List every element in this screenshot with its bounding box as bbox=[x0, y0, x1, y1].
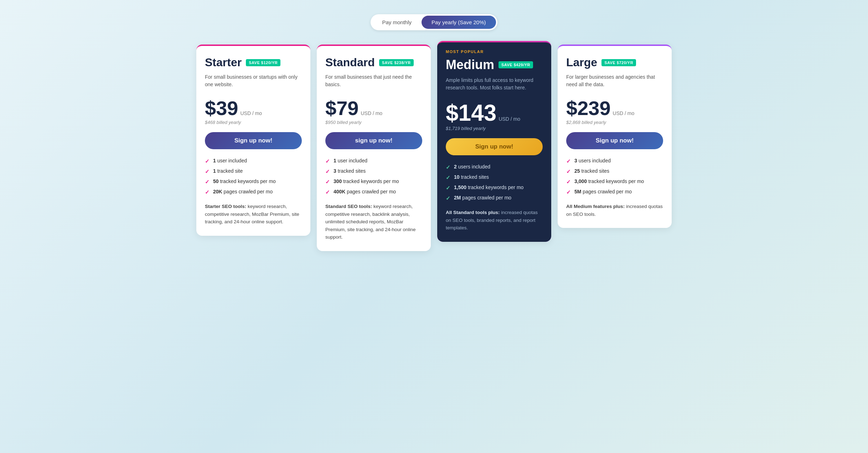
signup-button-large[interactable]: Sign up now! bbox=[566, 132, 663, 149]
price-amount: $239 bbox=[566, 98, 611, 118]
features-list-large: ✓ 3 users included ✓ 25 tracked sites ✓ … bbox=[566, 158, 663, 196]
plan-description: Ample limits plus full access to keyword… bbox=[446, 77, 543, 94]
check-icon: ✓ bbox=[205, 158, 210, 165]
plan-header: Standard SAVE $238/YR bbox=[325, 56, 422, 69]
price-amount: $39 bbox=[205, 98, 238, 118]
feature-item: ✓ 1 user included bbox=[205, 158, 302, 165]
price-row: $79 USD / mo bbox=[325, 98, 422, 118]
check-icon: ✓ bbox=[566, 168, 571, 175]
feature-item: ✓ 2 users included bbox=[446, 164, 543, 171]
feature-text: 50 tracked keywords per mo bbox=[213, 178, 276, 184]
plan-description: For small businesses that just need the … bbox=[325, 73, 422, 91]
plan-card-medium: MOST POPULAR Medium SAVE $429/YR Ample l… bbox=[437, 41, 551, 242]
tools-description-large: All Medium features plus: increased quot… bbox=[566, 203, 663, 218]
check-icon: ✓ bbox=[566, 179, 571, 185]
billed-yearly: $1,719 billed yearly bbox=[446, 126, 543, 131]
feature-item: ✓ 3 tracked sites bbox=[325, 168, 422, 175]
price-row: $239 USD / mo bbox=[566, 98, 663, 118]
check-icon: ✓ bbox=[446, 185, 450, 191]
tools-label: Standard SEO tools: bbox=[325, 204, 372, 209]
plan-header: Large SAVE $720/YR bbox=[566, 56, 663, 69]
signup-button-medium[interactable]: Sign up now! bbox=[446, 138, 543, 155]
save-badge: SAVE $429/YR bbox=[498, 61, 533, 68]
check-icon: ✓ bbox=[325, 189, 330, 196]
save-badge: SAVE $238/YR bbox=[379, 59, 414, 66]
billed-yearly: $468 billed yearly bbox=[205, 120, 302, 125]
feature-item: ✓ 25 tracked sites bbox=[566, 168, 663, 175]
billing-toggle: Pay monthly Pay yearly (Save 20%) bbox=[7, 14, 861, 30]
feature-text: 2M pages crawled per mo bbox=[454, 195, 511, 201]
price-unit: USD / mo bbox=[613, 110, 635, 116]
feature-text: 5M pages crawled per mo bbox=[574, 189, 632, 194]
billed-yearly: $950 billed yearly bbox=[325, 120, 422, 125]
plan-name: Standard bbox=[325, 56, 375, 69]
feature-item: ✓ 1 user included bbox=[325, 158, 422, 165]
check-icon: ✓ bbox=[446, 175, 450, 181]
features-list-medium: ✓ 2 users included ✓ 10 tracked sites ✓ … bbox=[446, 164, 543, 202]
toggle-container: Pay monthly Pay yearly (Save 20%) bbox=[371, 14, 497, 30]
feature-text: 3 tracked sites bbox=[334, 168, 366, 174]
feature-text: 20K pages crawled per mo bbox=[213, 189, 273, 194]
monthly-toggle-btn[interactable]: Pay monthly bbox=[372, 16, 422, 29]
features-list-starter: ✓ 1 user included ✓ 1 tracked site ✓ 50 … bbox=[205, 158, 302, 196]
price-unit: USD / mo bbox=[240, 110, 262, 116]
check-icon: ✓ bbox=[446, 195, 450, 202]
plan-header: Medium SAVE $429/YR bbox=[446, 57, 543, 72]
check-icon: ✓ bbox=[566, 189, 571, 196]
feature-text: 10 tracked sites bbox=[454, 174, 489, 180]
price-unit: USD / mo bbox=[361, 110, 382, 116]
feature-item: ✓ 400K pages crawled per mo bbox=[325, 189, 422, 196]
features-list-standard: ✓ 1 user included ✓ 3 tracked sites ✓ 30… bbox=[325, 158, 422, 196]
price-row: $143 USD / mo bbox=[446, 101, 543, 124]
feature-text: 1 tracked site bbox=[213, 168, 243, 174]
plan-description: For larger businesses and agencies that … bbox=[566, 73, 663, 91]
signup-button-standard[interactable]: sign up now! bbox=[325, 132, 422, 149]
price-amount: $79 bbox=[325, 98, 358, 118]
feature-text: 400K pages crawled per mo bbox=[334, 189, 396, 194]
feature-item: ✓ 300 tracked keywords per mo bbox=[325, 178, 422, 185]
check-icon: ✓ bbox=[325, 168, 330, 175]
feature-item: ✓ 3,000 tracked keywords per mo bbox=[566, 178, 663, 185]
feature-text: 3,000 tracked keywords per mo bbox=[574, 178, 644, 184]
check-icon: ✓ bbox=[325, 158, 330, 165]
feature-item: ✓ 50 tracked keywords per mo bbox=[205, 178, 302, 185]
feature-text: 25 tracked sites bbox=[574, 168, 609, 174]
plan-name: Medium bbox=[446, 57, 494, 72]
check-icon: ✓ bbox=[205, 179, 210, 185]
price-row: $39 USD / mo bbox=[205, 98, 302, 118]
feature-text: 3 users included bbox=[574, 158, 611, 163]
plan-name: Large bbox=[566, 56, 597, 69]
plan-card-large: Large SAVE $720/YR For larger businesses… bbox=[558, 45, 672, 228]
feature-item: ✓ 10 tracked sites bbox=[446, 174, 543, 181]
feature-text: 1 user included bbox=[213, 158, 247, 163]
feature-text: 300 tracked keywords per mo bbox=[334, 178, 399, 184]
price-amount: $143 bbox=[446, 101, 496, 124]
tools-description-medium: All Standard tools plus: increased quota… bbox=[446, 209, 543, 232]
tools-description-starter: Starter SEO tools: keyword research, com… bbox=[205, 203, 302, 226]
feature-item: ✓ 5M pages crawled per mo bbox=[566, 189, 663, 196]
yearly-toggle-btn[interactable]: Pay yearly (Save 20%) bbox=[422, 16, 496, 29]
plan-description: For small businesses or startups with on… bbox=[205, 73, 302, 91]
plan-header: Starter SAVE $120/YR bbox=[205, 56, 302, 69]
check-icon: ✓ bbox=[205, 189, 210, 196]
plan-name: Starter bbox=[205, 56, 242, 69]
plan-card-standard: Standard SAVE $238/YR For small business… bbox=[317, 45, 431, 251]
plan-card-starter: Starter SAVE $120/YR For small businesse… bbox=[196, 45, 310, 236]
tools-label: All Standard tools plus: bbox=[446, 210, 500, 215]
feature-text: 1 user included bbox=[334, 158, 367, 163]
feature-item: ✓ 2M pages crawled per mo bbox=[446, 195, 543, 202]
save-badge: SAVE $120/YR bbox=[246, 59, 280, 66]
check-icon: ✓ bbox=[446, 164, 450, 171]
feature-item: ✓ 3 users included bbox=[566, 158, 663, 165]
feature-text: 1,500 tracked keywords per mo bbox=[454, 184, 523, 190]
feature-item: ✓ 1 tracked site bbox=[205, 168, 302, 175]
plans-container: Starter SAVE $120/YR For small businesse… bbox=[185, 45, 683, 251]
tools-description-standard: Standard SEO tools: keyword research, co… bbox=[325, 203, 422, 241]
save-badge: SAVE $720/YR bbox=[601, 59, 636, 66]
price-unit: USD / mo bbox=[498, 116, 520, 122]
signup-button-starter[interactable]: Sign up now! bbox=[205, 132, 302, 149]
check-icon: ✓ bbox=[325, 179, 330, 185]
most-popular-badge: MOST POPULAR bbox=[446, 50, 543, 54]
feature-item: ✓ 20K pages crawled per mo bbox=[205, 189, 302, 196]
billed-yearly: $2,868 billed yearly bbox=[566, 120, 663, 125]
